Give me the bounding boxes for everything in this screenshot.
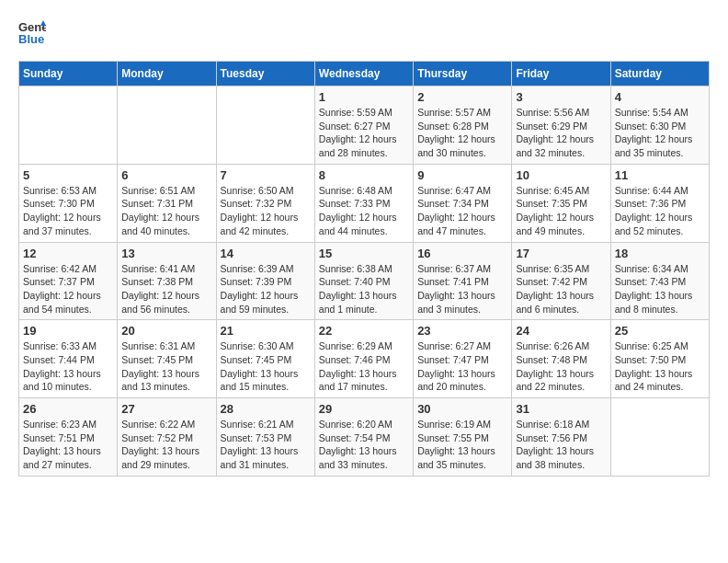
calendar-cell: 6Sunrise: 6:51 AM Sunset: 7:31 PM Daylig… <box>118 164 216 242</box>
day-number: 4 <box>615 90 705 104</box>
calendar-cell: 29Sunrise: 6:20 AM Sunset: 7:54 PM Dayli… <box>314 398 413 477</box>
day-number: 23 <box>417 324 507 338</box>
calendar-week-2: 5Sunrise: 6:53 AM Sunset: 7:30 PM Daylig… <box>19 164 710 242</box>
calendar-cell <box>216 86 314 165</box>
calendar-cell: 27Sunrise: 6:22 AM Sunset: 7:52 PM Dayli… <box>118 398 216 477</box>
day-info: Sunrise: 6:26 AM Sunset: 7:48 PM Dayligh… <box>516 339 606 394</box>
day-info: Sunrise: 6:50 AM Sunset: 7:32 PM Dayligh… <box>221 184 311 238</box>
day-number: 29 <box>319 402 409 416</box>
calendar-body: 1Sunrise: 5:59 AM Sunset: 6:27 PM Daylig… <box>19 86 710 477</box>
calendar-cell: 8Sunrise: 6:48 AM Sunset: 7:33 PM Daylig… <box>314 164 413 242</box>
day-number: 12 <box>23 247 113 260</box>
day-info: Sunrise: 6:53 AM Sunset: 7:30 PM Dayligh… <box>23 184 113 238</box>
calendar-cell <box>19 86 118 165</box>
calendar-cell <box>118 86 216 165</box>
day-number: 25 <box>615 324 705 338</box>
day-info: Sunrise: 6:21 AM Sunset: 7:53 PM Dayligh… <box>221 418 311 472</box>
weekday-header-wednesday: Wednesday <box>314 62 413 86</box>
day-info: Sunrise: 5:54 AM Sunset: 6:30 PM Dayligh… <box>615 106 705 160</box>
day-info: Sunrise: 6:47 AM Sunset: 7:34 PM Dayligh… <box>417 184 507 238</box>
day-number: 6 <box>121 168 211 182</box>
day-info: Sunrise: 6:48 AM Sunset: 7:33 PM Dayligh… <box>319 184 409 238</box>
day-info: Sunrise: 5:56 AM Sunset: 6:29 PM Dayligh… <box>516 106 606 160</box>
day-number: 2 <box>417 90 507 104</box>
day-number: 22 <box>319 324 409 338</box>
day-number: 7 <box>221 168 311 182</box>
calendar-cell: 2Sunrise: 5:57 AM Sunset: 6:28 PM Daylig… <box>414 86 512 165</box>
day-number: 5 <box>23 168 113 182</box>
day-info: Sunrise: 6:30 AM Sunset: 7:45 PM Dayligh… <box>221 339 311 394</box>
calendar-cell: 31Sunrise: 6:18 AM Sunset: 7:56 PM Dayli… <box>512 398 610 477</box>
calendar-cell: 12Sunrise: 6:42 AM Sunset: 7:37 PM Dayli… <box>19 242 118 320</box>
day-number: 30 <box>417 402 507 416</box>
day-info: Sunrise: 6:44 AM Sunset: 7:36 PM Dayligh… <box>615 184 705 238</box>
calendar-cell: 4Sunrise: 5:54 AM Sunset: 6:30 PM Daylig… <box>610 86 709 165</box>
day-number: 19 <box>23 324 113 338</box>
day-info: Sunrise: 6:45 AM Sunset: 7:35 PM Dayligh… <box>516 184 606 238</box>
calendar-cell <box>610 398 709 477</box>
day-info: Sunrise: 6:39 AM Sunset: 7:39 PM Dayligh… <box>221 262 311 316</box>
day-number: 31 <box>516 402 606 416</box>
day-number: 15 <box>319 247 409 260</box>
day-info: Sunrise: 6:22 AM Sunset: 7:52 PM Dayligh… <box>121 418 211 472</box>
calendar-cell: 23Sunrise: 6:27 AM Sunset: 7:47 PM Dayli… <box>414 320 512 398</box>
day-number: 17 <box>516 247 606 260</box>
calendar-week-5: 26Sunrise: 6:23 AM Sunset: 7:51 PM Dayli… <box>19 398 710 477</box>
day-info: Sunrise: 6:20 AM Sunset: 7:54 PM Dayligh… <box>319 418 409 472</box>
calendar-cell: 5Sunrise: 6:53 AM Sunset: 7:30 PM Daylig… <box>19 164 118 242</box>
day-info: Sunrise: 6:35 AM Sunset: 7:42 PM Dayligh… <box>516 262 606 316</box>
day-info: Sunrise: 6:19 AM Sunset: 7:55 PM Dayligh… <box>417 418 507 472</box>
calendar-cell: 18Sunrise: 6:34 AM Sunset: 7:43 PM Dayli… <box>610 242 709 320</box>
calendar-cell: 14Sunrise: 6:39 AM Sunset: 7:39 PM Dayli… <box>216 242 314 320</box>
weekday-header-saturday: Saturday <box>610 62 709 86</box>
calendar-cell: 21Sunrise: 6:30 AM Sunset: 7:45 PM Dayli… <box>216 320 314 398</box>
day-number: 18 <box>615 247 705 260</box>
calendar-cell: 16Sunrise: 6:37 AM Sunset: 7:41 PM Dayli… <box>414 242 512 320</box>
calendar-cell: 19Sunrise: 6:33 AM Sunset: 7:44 PM Dayli… <box>19 320 118 398</box>
day-number: 1 <box>319 90 409 104</box>
day-info: Sunrise: 6:25 AM Sunset: 7:50 PM Dayligh… <box>615 339 705 394</box>
day-number: 26 <box>23 402 113 416</box>
weekday-header-friday: Friday <box>512 62 610 86</box>
day-info: Sunrise: 6:41 AM Sunset: 7:38 PM Dayligh… <box>121 262 211 316</box>
day-number: 3 <box>516 90 606 104</box>
day-info: Sunrise: 6:23 AM Sunset: 7:51 PM Dayligh… <box>23 418 113 472</box>
calendar-cell: 13Sunrise: 6:41 AM Sunset: 7:38 PM Dayli… <box>118 242 216 320</box>
day-info: Sunrise: 5:59 AM Sunset: 6:27 PM Dayligh… <box>319 106 409 160</box>
weekday-header-tuesday: Tuesday <box>216 62 314 86</box>
calendar-cell: 20Sunrise: 6:31 AM Sunset: 7:45 PM Dayli… <box>118 320 216 398</box>
day-info: Sunrise: 6:27 AM Sunset: 7:47 PM Dayligh… <box>417 339 507 394</box>
day-info: Sunrise: 6:38 AM Sunset: 7:40 PM Dayligh… <box>319 262 409 316</box>
day-number: 8 <box>319 168 409 182</box>
weekday-header-sunday: Sunday <box>19 62 118 86</box>
day-number: 20 <box>121 324 211 338</box>
calendar-cell: 30Sunrise: 6:19 AM Sunset: 7:55 PM Dayli… <box>414 398 512 477</box>
page-header: General Blue <box>18 18 710 46</box>
logo: General Blue <box>18 18 50 46</box>
day-info: Sunrise: 5:57 AM Sunset: 6:28 PM Dayligh… <box>417 106 507 160</box>
day-number: 10 <box>516 168 606 182</box>
weekday-header-thursday: Thursday <box>414 62 512 86</box>
day-number: 28 <box>221 402 311 416</box>
calendar-cell: 9Sunrise: 6:47 AM Sunset: 7:34 PM Daylig… <box>414 164 512 242</box>
calendar-week-1: 1Sunrise: 5:59 AM Sunset: 6:27 PM Daylig… <box>19 86 710 165</box>
calendar-week-4: 19Sunrise: 6:33 AM Sunset: 7:44 PM Dayli… <box>19 320 710 398</box>
day-info: Sunrise: 6:51 AM Sunset: 7:31 PM Dayligh… <box>121 184 211 238</box>
calendar-cell: 17Sunrise: 6:35 AM Sunset: 7:42 PM Dayli… <box>512 242 610 320</box>
day-info: Sunrise: 6:29 AM Sunset: 7:46 PM Dayligh… <box>319 339 409 394</box>
calendar-table: SundayMondayTuesdayWednesdayThursdayFrid… <box>18 61 710 477</box>
calendar-cell: 10Sunrise: 6:45 AM Sunset: 7:35 PM Dayli… <box>512 164 610 242</box>
calendar-cell: 1Sunrise: 5:59 AM Sunset: 6:27 PM Daylig… <box>314 86 413 165</box>
calendar-header: SundayMondayTuesdayWednesdayThursdayFrid… <box>19 62 710 86</box>
day-number: 9 <box>417 168 507 182</box>
day-number: 27 <box>121 402 211 416</box>
day-info: Sunrise: 6:34 AM Sunset: 7:43 PM Dayligh… <box>615 262 705 316</box>
calendar-cell: 28Sunrise: 6:21 AM Sunset: 7:53 PM Dayli… <box>216 398 314 477</box>
day-info: Sunrise: 6:31 AM Sunset: 7:45 PM Dayligh… <box>121 339 211 394</box>
calendar-cell: 26Sunrise: 6:23 AM Sunset: 7:51 PM Dayli… <box>19 398 118 477</box>
logo-icon: General Blue <box>18 18 46 46</box>
day-number: 21 <box>221 324 311 338</box>
calendar-cell: 22Sunrise: 6:29 AM Sunset: 7:46 PM Dayli… <box>314 320 413 398</box>
day-number: 14 <box>221 247 311 260</box>
day-info: Sunrise: 6:37 AM Sunset: 7:41 PM Dayligh… <box>417 262 507 316</box>
